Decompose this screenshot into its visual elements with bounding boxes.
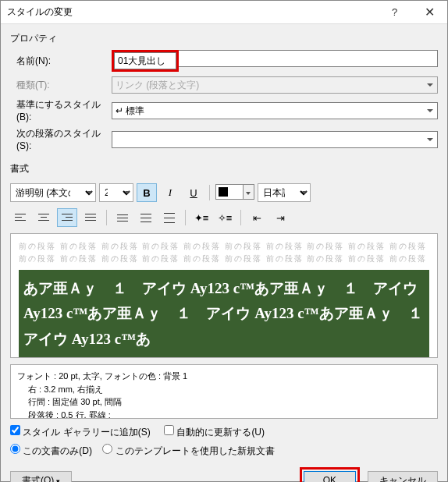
window-title: スタイルの変更 xyxy=(7,5,377,19)
based-on-select[interactable]: ↵ 標準 xyxy=(112,102,438,119)
desc-line: 右 : 3.2 mm, 右揃え xyxy=(17,383,431,396)
line-spacing-15-button[interactable] xyxy=(136,208,156,227)
format-menu-button[interactable]: 書式(O)▾ xyxy=(10,471,72,482)
indent-dec-button[interactable]: ⇤ xyxy=(247,208,267,227)
desc-line: 段落後 : 0.5 行, 罫線 : xyxy=(17,409,431,420)
dialog-footer: 書式(O)▾ OK キャンセル xyxy=(10,464,438,482)
name-label: 名前(N): xyxy=(10,55,112,68)
preview-sample-text: あア亜Ａｙ １ アイウ Ay123 c™あア亜Ａｙ １ アイウ Ay123 c™… xyxy=(19,270,429,358)
space-before-dec-button[interactable]: ✧≡ xyxy=(215,208,235,227)
ok-button[interactable]: OK xyxy=(304,471,356,482)
align-left-button[interactable] xyxy=(10,208,30,227)
modify-style-dialog: スタイルの変更 ? ✕ プロパティ 名前(N): 種類(T): リンク (段落と… xyxy=(0,0,448,482)
name-input[interactable] xyxy=(179,50,438,67)
preview-before-para: 前の段落 前の段落 前の段落 前の段落 前の段落 前の段落 前の段落 前の段落 … xyxy=(19,240,429,265)
gallery-checkbox[interactable]: スタイル ギャラリーに追加(S) xyxy=(10,427,151,438)
font-size-select[interactable]: 20 xyxy=(99,183,133,202)
format-section-label: 書式 xyxy=(10,162,438,175)
line-spacing-1-button[interactable] xyxy=(112,208,133,227)
ok-highlight: OK xyxy=(300,467,360,482)
align-right-button[interactable] xyxy=(57,208,77,227)
italic-button[interactable]: I xyxy=(160,183,180,202)
style-description[interactable]: フォント : 20 pt, 太字, フォントの色 : 背景 1 右 : 3.2 … xyxy=(10,364,438,419)
titlebar: スタイルの変更 ? ✕ xyxy=(1,1,447,24)
radio-row: この文書のみ(D) このテンプレートを使用した新規文書 xyxy=(10,444,438,458)
align-justify-button[interactable] xyxy=(80,208,101,227)
lang-select[interactable]: 日本語 xyxy=(258,183,311,202)
format-toolbar-2: ✦≡ ✧≡ ⇤ ⇥ xyxy=(10,208,438,227)
bold-button[interactable]: B xyxy=(137,183,157,202)
preview-pane: 前の段落 前の段落 前の段落 前の段落 前の段落 前の段落 前の段落 前の段落 … xyxy=(10,233,438,358)
desc-line: 行間 : 固定値 30 pt, 間隔 xyxy=(17,395,431,409)
checkbox-row: スタイル ギャラリーに追加(S) 自動的に更新する(U) xyxy=(10,425,438,439)
type-select: リンク (段落と文字) xyxy=(112,76,438,94)
help-button[interactable]: ? xyxy=(377,1,412,24)
space-before-inc-button[interactable]: ✦≡ xyxy=(191,208,212,227)
format-toolbar-1: 游明朝 (本文のフ 20 B I U 日本語 xyxy=(10,183,438,202)
type-label: 種類(T): xyxy=(10,79,112,92)
name-highlight xyxy=(112,50,179,72)
based-label: 基準にするスタイル(B): xyxy=(10,98,112,122)
cancel-button[interactable]: キャンセル xyxy=(368,471,438,482)
desc-line: フォント : 20 pt, 太字, フォントの色 : 背景 1 xyxy=(17,370,431,383)
indent-inc-button[interactable]: ⇥ xyxy=(270,208,290,227)
name-input-highlighted[interactable] xyxy=(114,52,176,69)
font-color-button[interactable] xyxy=(215,184,244,200)
close-button[interactable]: ✕ xyxy=(412,1,447,24)
template-radio[interactable]: このテンプレートを使用した新規文書 xyxy=(102,445,274,456)
autoupdate-checkbox[interactable]: 自動的に更新する(U) xyxy=(164,427,265,438)
underline-button[interactable]: U xyxy=(183,183,204,202)
line-spacing-2-button[interactable] xyxy=(159,208,180,227)
next-style-select[interactable] xyxy=(112,131,438,148)
property-section-label: プロパティ xyxy=(10,32,438,45)
next-label: 次の段落のスタイル(S): xyxy=(10,127,112,151)
thisdoc-radio[interactable]: この文書のみ(D) xyxy=(10,445,92,456)
font-select[interactable]: 游明朝 (本文のフ xyxy=(10,183,96,202)
align-center-button[interactable] xyxy=(34,208,54,227)
